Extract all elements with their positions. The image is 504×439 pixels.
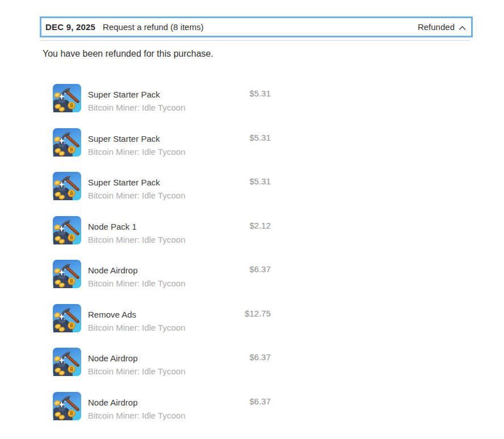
item-price: $12.75 <box>245 309 271 318</box>
svg-text:B: B <box>70 103 73 108</box>
item-title: Node Airdrop <box>88 353 185 364</box>
item-price: $6.37 <box>249 352 271 362</box>
item-price: $5.31 <box>249 133 271 142</box>
item-title: Super Starter Pack <box>88 89 185 100</box>
order-date: DEC 9, 2025 <box>45 22 95 32</box>
purchase-row: B Super Starter Pack Bitcoin Miner: Idle… <box>53 172 271 200</box>
bitcoin-miner-app-icon: B <box>53 172 81 200</box>
bitcoin-miner-app-icon: B <box>53 348 81 376</box>
purchase-row: B Node Airdrop Bitcoin Miner: Idle Tycoo… <box>53 392 271 420</box>
purchase-row-text: Node Pack 1 Bitcoin Miner: Idle Tycoon <box>88 216 185 244</box>
purchase-row-text: Super Starter Pack Bitcoin Miner: Idle T… <box>88 172 185 200</box>
purchase-row-text: Super Starter Pack Bitcoin Miner: Idle T… <box>88 84 185 112</box>
chevron-up-icon[interactable] <box>459 26 466 31</box>
item-app-name: Bitcoin Miner: Idle Tycoon <box>88 410 185 421</box>
purchase-row-text: Node Airdrop Bitcoin Miner: Idle Tycoon <box>88 260 185 288</box>
item-price: $5.31 <box>249 176 271 186</box>
purchase-row-text: Node Airdrop Bitcoin Miner: Idle Tycoon <box>88 392 185 420</box>
item-title: Node Airdrop <box>88 265 185 276</box>
item-app-name: Bitcoin Miner: Idle Tycoon <box>88 146 185 157</box>
item-app-name: Bitcoin Miner: Idle Tycoon <box>88 190 185 201</box>
purchase-row: B Node Pack 1 Bitcoin Miner: Idle Tycoon… <box>53 216 271 244</box>
refund-group-header[interactable]: DEC 9, 2025 Request a refund (8 items) R… <box>40 16 473 37</box>
item-title: Super Starter Pack <box>88 133 185 144</box>
purchase-row: B Remove Ads Bitcoin Miner: Idle Tycoon … <box>53 304 271 332</box>
purchase-row-text: Node Airdrop Bitcoin Miner: Idle Tycoon <box>88 348 185 376</box>
item-title: Node Pack 1 <box>88 221 185 232</box>
purchase-list: B Super Starter Pack Bitcoin Miner: Idle… <box>53 84 271 420</box>
bitcoin-miner-app-icon: B <box>53 128 81 157</box>
divider <box>40 40 470 41</box>
item-price: $2.12 <box>249 221 271 230</box>
refund-message: You have been refunded for this purchase… <box>43 49 213 59</box>
item-price: $5.31 <box>249 88 271 98</box>
item-app-name: Bitcoin Miner: Idle Tycoon <box>88 102 185 113</box>
bitcoin-miner-app-icon: B <box>53 260 81 288</box>
bitcoin-miner-app-icon: B <box>53 216 81 244</box>
svg-text:B: B <box>70 234 73 240</box>
purchase-row: B Node Airdrop Bitcoin Miner: Idle Tycoo… <box>53 260 271 288</box>
svg-text:B: B <box>70 191 73 196</box>
item-price: $6.37 <box>249 396 271 406</box>
item-price: $6.37 <box>249 264 271 274</box>
order-group-title: Request a refund (8 items) <box>103 22 204 32</box>
item-app-name: Bitcoin Miner: Idle Tycoon <box>88 234 185 245</box>
bitcoin-miner-app-icon: B <box>53 304 81 332</box>
bitcoin-miner-app-icon: B <box>53 392 81 420</box>
item-app-name: Bitcoin Miner: Idle Tycoon <box>88 366 185 377</box>
item-title: Node Airdrop <box>88 397 185 408</box>
purchase-row: B Node Airdrop Bitcoin Miner: Idle Tycoo… <box>53 348 271 376</box>
purchase-history-refund-page: DEC 9, 2025 Request a refund (8 items) R… <box>0 0 504 439</box>
svg-text:B: B <box>70 366 73 372</box>
svg-text:B: B <box>70 146 73 152</box>
item-app-name: Bitcoin Miner: Idle Tycoon <box>88 278 185 289</box>
purchase-row-text: Super Starter Pack Bitcoin Miner: Idle T… <box>88 128 185 157</box>
svg-text:B: B <box>70 278 73 284</box>
item-app-name: Bitcoin Miner: Idle Tycoon <box>88 322 185 333</box>
bitcoin-miner-app-icon: B <box>53 84 81 112</box>
refund-status-label: Refunded <box>418 22 455 32</box>
purchase-row-text: Remove Ads Bitcoin Miner: Idle Tycoon <box>88 304 185 332</box>
purchase-row: B Super Starter Pack Bitcoin Miner: Idle… <box>53 84 271 112</box>
svg-text:B: B <box>70 322 73 328</box>
item-title: Remove Ads <box>88 309 185 320</box>
svg-text:B: B <box>70 410 73 416</box>
item-title: Super Starter Pack <box>88 177 185 188</box>
purchase-row: B Super Starter Pack Bitcoin Miner: Idle… <box>53 128 271 157</box>
